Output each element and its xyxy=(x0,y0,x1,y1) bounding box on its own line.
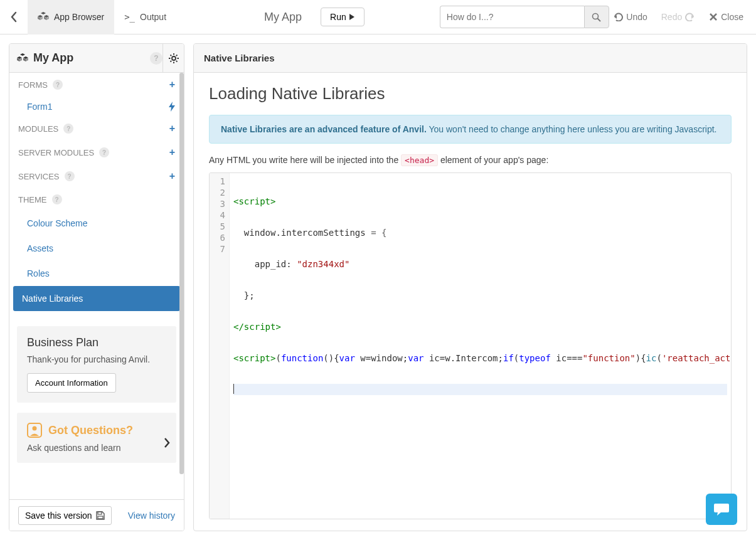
add-server-module-button[interactable]: + xyxy=(169,147,175,158)
tab-app-browser[interactable]: App Browser xyxy=(28,0,114,34)
chat-icon xyxy=(713,502,730,517)
help-icon[interactable]: ? xyxy=(99,147,109,157)
questions-title-text: Got Questions? xyxy=(48,424,133,437)
scrollbar[interactable] xyxy=(179,73,184,474)
line-number: 4 xyxy=(213,209,225,221)
code-token: <script> xyxy=(233,196,275,206)
help-icon[interactable]: ? xyxy=(52,194,62,204)
code-token: </script> xyxy=(233,322,281,332)
code-token: app_id: xyxy=(233,259,297,269)
app-title: My App xyxy=(264,11,302,24)
search-input[interactable] xyxy=(440,6,584,28)
sidebar-body[interactable]: FORMS? + Form1 MODULES? + SERVER MODULES… xyxy=(9,73,184,499)
description: Any HTML you write here will be injected… xyxy=(209,155,732,165)
sidebar-item-form1[interactable]: Form1 xyxy=(9,97,184,117)
view-history-link[interactable]: View history xyxy=(128,511,175,521)
code-token: if xyxy=(503,353,514,363)
code-token: ){ xyxy=(636,353,646,363)
section-theme: THEME? xyxy=(9,188,184,211)
play-icon xyxy=(349,14,355,20)
code-token: 'reattach_activator' xyxy=(662,353,731,363)
code-token: typeof xyxy=(519,353,551,363)
close-icon xyxy=(709,13,718,21)
code-token: = { xyxy=(371,228,386,238)
add-module-button[interactable]: + xyxy=(169,123,175,134)
code-token: }; xyxy=(233,290,255,300)
code-token: "function" xyxy=(582,353,635,363)
sidebar: My App ? FORMS? + Form1 MODULES? xyxy=(9,43,184,531)
code-token: var xyxy=(339,353,355,363)
section-label: FORMS xyxy=(18,80,48,90)
save-label: Save this version xyxy=(25,511,92,521)
section-forms: FORMS? + xyxy=(9,73,184,97)
desc-post: element of your app's page: xyxy=(438,155,548,165)
help-icon[interactable]: ? xyxy=(150,52,162,65)
undo-button[interactable]: Undo xyxy=(613,12,647,22)
save-version-button[interactable]: Save this version xyxy=(18,506,112,525)
help-icon[interactable]: ? xyxy=(65,171,75,181)
code-token: =window; xyxy=(366,353,408,363)
search-button[interactable] xyxy=(584,6,609,28)
questions-box[interactable]: Got Questions? Ask questions and learn xyxy=(17,413,176,463)
cursor-line xyxy=(233,384,727,395)
account-info-button[interactable]: Account Information xyxy=(27,373,116,393)
add-service-button[interactable]: + xyxy=(169,171,175,182)
sidebar-title: My App xyxy=(17,51,150,65)
section-label: MODULES xyxy=(18,124,58,134)
run-label: Run xyxy=(330,12,346,22)
section-modules: MODULES? + xyxy=(9,117,184,140)
settings-button[interactable] xyxy=(162,44,184,73)
svg-point-0 xyxy=(593,13,599,19)
chat-button[interactable] xyxy=(706,494,737,525)
info-box: Native Libraries are an advanced feature… xyxy=(209,115,732,144)
code-token: w xyxy=(355,353,366,363)
code-token: <script> xyxy=(233,353,275,363)
search-icon xyxy=(592,13,601,22)
code-token: ic xyxy=(646,353,657,363)
sidebar-item-colour-scheme[interactable]: Colour Scheme xyxy=(9,211,184,236)
section-server-modules: SERVER MODULES? + xyxy=(9,140,184,164)
tab-label: App Browser xyxy=(54,12,104,22)
svg-line-1 xyxy=(598,18,601,21)
sidebar-item-assets[interactable]: Assets xyxy=(9,236,184,261)
line-number: 5 xyxy=(213,221,225,232)
code-editor[interactable]: 1 2 3 4 5 6 7 <script> window.intercomSe… xyxy=(209,172,732,519)
section-services: SERVICES? + xyxy=(9,164,184,188)
svg-rect-15 xyxy=(98,512,102,514)
code-token: function xyxy=(281,353,323,363)
back-button[interactable] xyxy=(0,0,28,34)
sidebar-footer: Save this version View history xyxy=(9,499,184,531)
line-number: 6 xyxy=(213,232,225,243)
cubes-icon xyxy=(17,53,28,63)
plan-title: Business Plan xyxy=(27,336,166,349)
svg-point-14 xyxy=(33,426,37,431)
sidebar-item-roles[interactable]: Roles xyxy=(9,261,184,286)
chevron-left-icon xyxy=(10,11,18,23)
sidebar-header: My App ? xyxy=(9,44,184,73)
code-token: window.intercomSettings xyxy=(233,228,371,238)
code-area[interactable]: <script> window.intercomSettings = { app… xyxy=(230,173,731,519)
code-token: var xyxy=(408,353,423,363)
redo-button[interactable]: Redo xyxy=(661,12,695,22)
line-number: 2 xyxy=(213,187,225,198)
plan-text: Thank-you for purchasing Anvil. xyxy=(27,354,166,364)
top-toolbar: App Browser >_ Output My App Run Undo Re… xyxy=(0,0,756,34)
code-token: =w.Intercom; xyxy=(440,353,503,363)
sidebar-item-native-libraries[interactable]: Native Libraries xyxy=(13,286,180,311)
tab-output[interactable]: >_ Output xyxy=(114,0,176,34)
user-icon xyxy=(27,423,42,438)
info-text: You won't need to change anything here u… xyxy=(427,124,717,134)
line-gutter: 1 2 3 4 5 6 7 xyxy=(210,173,230,519)
questions-title: Got Questions? xyxy=(27,423,166,438)
svg-line-11 xyxy=(170,60,171,61)
help-icon[interactable]: ? xyxy=(53,80,63,90)
run-button[interactable]: Run xyxy=(321,8,365,26)
close-button[interactable]: Close xyxy=(709,12,743,22)
content-header: Native Libraries xyxy=(194,44,747,73)
plan-box: Business Plan Thank-you for purchasing A… xyxy=(17,326,176,403)
line-number: 3 xyxy=(213,198,225,209)
code-token: === xyxy=(567,353,582,363)
help-icon[interactable]: ? xyxy=(63,124,73,134)
search-wrap xyxy=(440,6,609,28)
add-form-button[interactable]: + xyxy=(169,79,175,90)
